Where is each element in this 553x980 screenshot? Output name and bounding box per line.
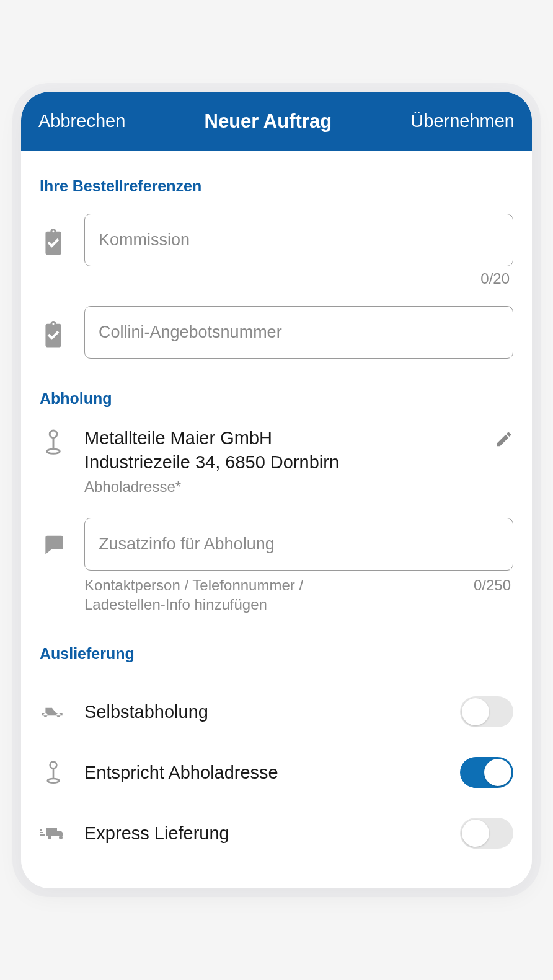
svg-point-3 [50, 762, 57, 769]
same-address-label: Entspricht Abholadresse [84, 763, 443, 783]
cancel-button[interactable]: Abbrechen [38, 111, 125, 131]
angebotsnummer-input[interactable] [84, 306, 513, 359]
same-address-toggle[interactable] [460, 757, 513, 788]
section-pickup-title: Abholung [40, 390, 513, 408]
content-area: Ihre Bestellreferenzen 0/20 Abholung [21, 151, 532, 889]
clipboard-check-icon [40, 306, 67, 348]
pickup-address-block: Metallteile Maier GmbH Industriezeile 34… [84, 426, 339, 496]
pickup-name: Metallteile Maier GmbH [84, 426, 339, 450]
self-pickup-label: Selbstabholung [84, 702, 443, 722]
express-delivery-toggle[interactable] [460, 818, 513, 849]
clipboard-check-icon [40, 214, 67, 256]
svg-point-5 [48, 779, 60, 783]
phone-frame: Abbrechen Neuer Auftrag Übernehmen Ihre … [21, 92, 532, 889]
section-delivery-title: Auslieferung [40, 645, 513, 663]
svg-point-2 [47, 449, 60, 453]
edit-address-button[interactable] [495, 426, 513, 451]
header-title: Neuer Auftrag [205, 110, 332, 133]
speech-bubble-icon [40, 518, 67, 556]
pickup-address: Industriezeile 34, 6850 Dornbirn [84, 450, 339, 475]
pickup-sublabel: Abholadresse* [84, 478, 339, 496]
svg-point-0 [50, 431, 57, 438]
express-truck-icon [40, 824, 67, 842]
self-pickup-toggle[interactable] [460, 696, 513, 727]
pickup-truck-icon [40, 702, 67, 721]
pencil-icon [495, 430, 513, 448]
express-delivery-label: Express Lieferung [84, 823, 443, 844]
pickup-note-input[interactable] [84, 518, 513, 571]
app-header: Abbrechen Neuer Auftrag Übernehmen [21, 92, 532, 151]
kommission-counter: 0/20 [84, 270, 510, 287]
kommission-input[interactable] [84, 214, 513, 266]
pickup-note-counter: 0/250 [474, 575, 511, 614]
pin-icon [40, 426, 67, 456]
pin-icon [40, 760, 67, 785]
apply-button[interactable]: Übernehmen [410, 111, 515, 131]
section-refs-title: Ihre Bestellreferenzen [40, 177, 513, 195]
pickup-note-hint: Kontaktperson / Telefonnummer / Ladestel… [84, 575, 383, 614]
